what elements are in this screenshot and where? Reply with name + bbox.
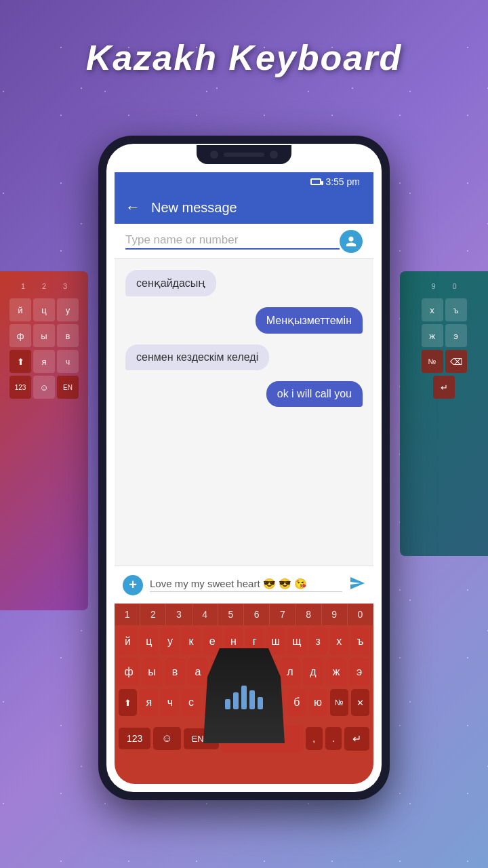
left-kb-lang: EN bbox=[57, 376, 79, 399]
phone-screen: 3:55 pm ← New message Type name or numbe… bbox=[106, 144, 382, 792]
camera-dot bbox=[210, 151, 218, 159]
message-bubble-3: сенмен кездескім келеді bbox=[125, 344, 269, 370]
key-9[interactable]: 9 bbox=[322, 604, 348, 625]
left-kb-key-у: у bbox=[57, 298, 79, 321]
key-no[interactable]: № bbox=[330, 689, 348, 716]
back-button[interactable]: ← bbox=[125, 199, 140, 216]
left-kb-key-ы: ы bbox=[33, 324, 55, 347]
phone-frame: 3:55 pm ← New message Type name or numbe… bbox=[98, 136, 390, 800]
speaker-bar bbox=[224, 153, 264, 157]
vader-bars bbox=[225, 682, 263, 709]
vader-shape bbox=[203, 648, 285, 743]
left-kb-num-3: 3 bbox=[56, 277, 75, 296]
key-с[interactable]: с bbox=[182, 689, 200, 716]
bar-1 bbox=[225, 699, 230, 709]
key-emoji[interactable]: ☺ bbox=[153, 727, 180, 750]
key-у[interactable]: у bbox=[161, 628, 179, 655]
key-3[interactable]: 3 bbox=[166, 604, 192, 625]
key-к[interactable]: к bbox=[182, 628, 200, 655]
right-kb-no: № bbox=[422, 350, 443, 373]
compose-add-button[interactable]: + bbox=[123, 575, 143, 595]
key-х[interactable]: х bbox=[330, 628, 348, 655]
left-kb-shift: ⬆ bbox=[9, 350, 31, 373]
left-kb-key-ц: ц bbox=[33, 298, 55, 321]
key-в[interactable]: в bbox=[165, 658, 185, 686]
key-з[interactable]: з bbox=[309, 628, 327, 655]
message-text-4: ok i will call you bbox=[277, 388, 352, 399]
right-kb-num-9: 9 bbox=[424, 277, 443, 296]
key-2[interactable]: 2 bbox=[140, 604, 166, 625]
to-input[interactable]: Type name or number bbox=[125, 233, 340, 250]
right-kb-key-х: х bbox=[422, 298, 443, 321]
left-kb-key-ч: ч bbox=[57, 350, 79, 373]
left-kb-123: 123 bbox=[9, 376, 31, 399]
right-kb-delete: ⌫ bbox=[445, 350, 467, 373]
key-123[interactable]: 123 bbox=[119, 728, 150, 749]
key-comma[interactable]: , bbox=[306, 727, 322, 750]
key-8[interactable]: 8 bbox=[296, 604, 321, 625]
key-й[interactable]: й bbox=[119, 628, 137, 655]
key-return[interactable]: ↵ bbox=[344, 727, 369, 751]
key-ж[interactable]: ж bbox=[326, 658, 346, 686]
to-field[interactable]: Type name or number bbox=[115, 224, 373, 259]
message-header[interactable]: ← New message bbox=[115, 191, 373, 224]
key-д[interactable]: д bbox=[303, 658, 323, 686]
message-bubble-1: сенқайдасың bbox=[125, 270, 216, 296]
key-6[interactable]: 6 bbox=[244, 604, 270, 625]
bar-3 bbox=[241, 686, 247, 709]
camera-dot-2 bbox=[270, 151, 278, 159]
left-side-keyboard: 1 2 3 й ц у ф ы в ⬆ я ч 123 ☺ EN bbox=[0, 271, 88, 610]
message-text-3: сенмен кездескім келеді bbox=[136, 351, 258, 363]
send-button[interactable] bbox=[349, 575, 365, 595]
message-bubble-4: ok i will call you bbox=[266, 381, 363, 407]
right-kb-num-0: 0 bbox=[445, 277, 464, 296]
left-kb-emoji: ☺ bbox=[33, 376, 55, 399]
compose-area[interactable]: + Love my my sweet heart 😎 😎 😘 bbox=[115, 566, 373, 604]
key-period[interactable]: . bbox=[325, 727, 342, 750]
compose-input[interactable]: Love my my sweet heart 😎 😎 😘 bbox=[150, 578, 342, 592]
key-4[interactable]: 4 bbox=[192, 604, 218, 625]
vader-popup bbox=[203, 648, 285, 743]
key-ч[interactable]: ч bbox=[161, 689, 179, 716]
bar-4 bbox=[249, 690, 255, 709]
key-щ[interactable]: щ bbox=[287, 628, 306, 655]
key-ъ[interactable]: ъ bbox=[351, 628, 369, 655]
battery-icon bbox=[310, 178, 321, 185]
status-bar: 3:55 pm bbox=[115, 172, 373, 191]
key-я[interactable]: я bbox=[140, 689, 158, 716]
status-time: 3:55 pm bbox=[325, 176, 360, 187]
message-text-1: сенқайдасың bbox=[136, 277, 205, 289]
key-э[interactable]: э bbox=[349, 658, 369, 686]
keyboard-numbers-row: 1 2 3 4 5 6 7 8 9 0 bbox=[115, 604, 373, 625]
right-kb-key-ъ: ъ bbox=[445, 298, 467, 321]
left-kb-key-ф: ф bbox=[9, 324, 31, 347]
right-side-keyboard: 9 0 х ъ ж э № ⌫ ↵ bbox=[400, 271, 488, 556]
key-7[interactable]: 7 bbox=[270, 604, 296, 625]
right-kb-key-ж: ж bbox=[422, 324, 443, 347]
right-kb-return: ↵ bbox=[433, 376, 455, 399]
camera-notch bbox=[197, 145, 291, 164]
message-text-2: Менқызметтемін bbox=[266, 315, 352, 326]
key-ю[interactable]: ю bbox=[309, 689, 327, 716]
app-title: Kazakh Keyboard bbox=[0, 37, 488, 78]
right-kb-key-э: э bbox=[445, 324, 467, 347]
key-5[interactable]: 5 bbox=[218, 604, 244, 625]
message-bubble-2: Менқызметтемін bbox=[256, 307, 363, 334]
bar-2 bbox=[233, 692, 239, 709]
key-б[interactable]: б bbox=[287, 689, 306, 716]
key-ы[interactable]: ы bbox=[142, 658, 162, 686]
bar-5 bbox=[258, 697, 263, 709]
keyboard-area[interactable]: 1 2 3 4 5 6 7 8 9 0 й ц у к е н bbox=[115, 604, 373, 784]
left-kb-num-1: 1 bbox=[14, 277, 33, 296]
left-kb-key-я: я bbox=[33, 350, 55, 373]
key-ц[interactable]: ц bbox=[140, 628, 158, 655]
header-title: New message bbox=[151, 200, 237, 216]
key-0[interactable]: 0 bbox=[348, 604, 373, 625]
messages-area: сенқайдасың Менқызметтемін сенмен кездес… bbox=[115, 259, 373, 604]
shift-key[interactable]: ⬆ bbox=[119, 689, 137, 716]
delete-key[interactable]: ✕ bbox=[351, 689, 369, 716]
key-ф[interactable]: ф bbox=[119, 658, 139, 686]
key-1[interactable]: 1 bbox=[115, 604, 140, 625]
left-kb-key-в: в bbox=[57, 324, 79, 347]
contact-icon[interactable] bbox=[340, 230, 363, 253]
